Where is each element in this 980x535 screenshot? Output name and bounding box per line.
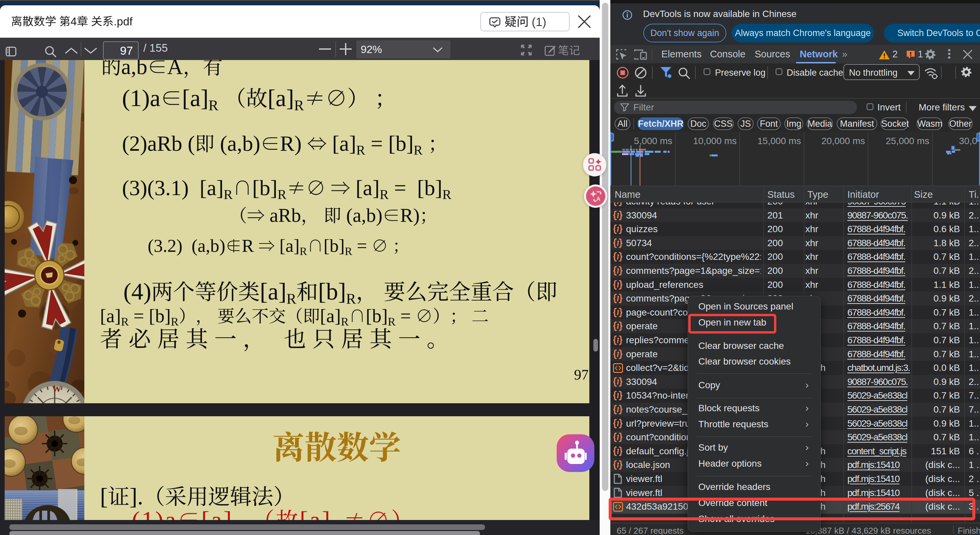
svg-text:W: W (52, 383, 61, 394)
svg-text:A: A (597, 196, 600, 202)
